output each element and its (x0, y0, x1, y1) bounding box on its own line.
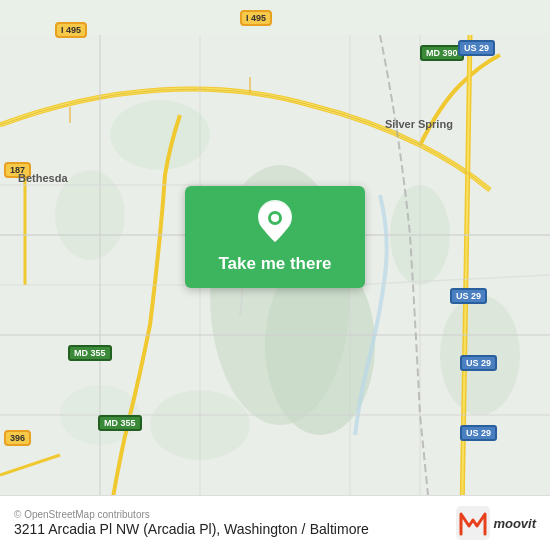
location-pin-icon (256, 200, 294, 244)
moovit-logo: moovit (456, 506, 536, 540)
take-me-there-label: Take me there (218, 254, 331, 274)
svg-point-4 (110, 100, 210, 170)
svg-point-27 (271, 214, 279, 222)
bottom-text-group: © OpenStreetMap contributors 3211 Arcadi… (14, 509, 369, 538)
highway-badge-md355-1: MD 355 (68, 345, 112, 361)
place-label-silver-spring: Silver Spring (385, 118, 453, 130)
highway-badge-us29-low: US 29 (460, 355, 497, 371)
highway-badge-us29-mid: US 29 (450, 288, 487, 304)
highway-badge-md355-2: MD 355 (98, 415, 142, 431)
map-container: I 495 I 495 MD 390 US 29 187 MD 355 MD 3… (0, 0, 550, 550)
bottom-bar: © OpenStreetMap contributors 3211 Arcadi… (0, 495, 550, 550)
address-line1: 3211 Arcadia Pl NW (Arcadia Pl), Washing… (14, 521, 305, 537)
moovit-logo-icon (456, 506, 490, 540)
highway-badge-us29-bot: US 29 (460, 425, 497, 441)
address-line2: Baltimore (310, 521, 369, 537)
moovit-logo-text: moovit (493, 516, 536, 531)
highway-badge-i495-right: I 495 (240, 10, 272, 26)
highway-badge-md390: MD 390 (420, 45, 464, 61)
take-me-there-button[interactable]: Take me there (185, 186, 365, 288)
copyright-text: © OpenStreetMap contributors (14, 509, 369, 520)
place-label-bethesda: Bethesda (18, 172, 68, 184)
highway-badge-rt396: 396 (4, 430, 31, 446)
highway-badge-us29-top: US 29 (458, 40, 495, 56)
highway-badge-i495-left: I 495 (55, 22, 87, 38)
address-block: 3211 Arcadia Pl NW (Arcadia Pl), Washing… (14, 520, 369, 538)
